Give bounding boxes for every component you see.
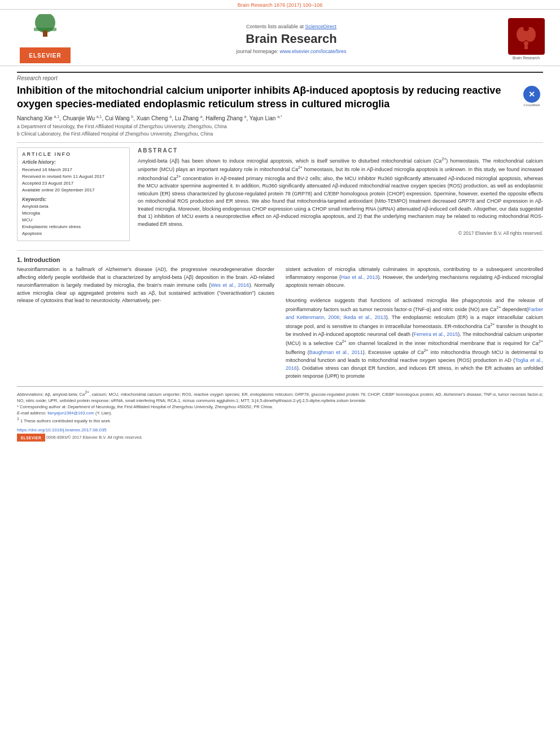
abstract-title: ABSTRACT (138, 147, 543, 154)
journal-name: Brain Research (90, 32, 492, 46)
keyword-2: Microglia (22, 210, 125, 217)
copyright-notice: © 2017 Elsevier B.V. All rights reserved… (138, 230, 543, 236)
issn-line: ELSEVIER 0006-8993/© 2017 Elsevier B.V. … (17, 434, 543, 442)
keyword-5: Apoptosis (22, 230, 125, 237)
svg-rect-2 (34, 28, 56, 31)
authors-text: Nanchang Xie a,1, Chuanjie Wu a,1, Cui W… (17, 115, 282, 121)
ref-toglia-2016[interactable]: Toglia et al., 2016 (286, 357, 543, 371)
abstract-text: Amyloid-beta (Aβ) has been shown to indu… (138, 156, 543, 229)
available-online-date: Available online 20 September 2017 (22, 187, 125, 194)
keywords-list: Amyloid-beta Microglia MCU Endoplasmic r… (22, 203, 125, 237)
intro-right-col: sistent activation of microglia ultimate… (286, 266, 543, 381)
journal-reference: Brain Research 1676 (2017) 100–106 (238, 2, 323, 8)
abbreviations-footnote: Abbreviations: Aβ, amyloid-beta; Ca2+, c… (17, 390, 543, 404)
publisher-logo-area: ELSEVIER (11, 14, 79, 63)
brain-research-logo (508, 18, 545, 55)
keyword-1: Amyloid-beta (22, 203, 125, 210)
equal-contrib-footnote: 1 1 These authors contributed equally to… (17, 416, 543, 424)
ref-ikeda-2013[interactable]: Ikeda et al., 2013 (343, 314, 386, 320)
journal-logo-area: Brain Research (504, 18, 549, 60)
section-divider (17, 250, 543, 251)
elsevier-tree-logo (23, 14, 68, 45)
article-title-section: Inhibition of the mitochondrial calcium … (17, 84, 543, 111)
received-date: Received 16 March 2017 (22, 167, 125, 173)
brain-icon (512, 22, 540, 50)
history-label: Article history: (22, 159, 125, 165)
affiliation-b: b Clinical Laboratory, the First Affilia… (17, 131, 543, 138)
homepage-url[interactable]: www.elsevier.com/locate/bres (280, 49, 347, 54)
footnote-area: Abbreviations: Aβ, amyloid-beta; Ca2+, c… (17, 386, 543, 442)
journal-reference-bar: Brain Research 1676 (2017) 100–106 (0, 0, 560, 10)
journal-header: ELSEVIER Contents lists available at Sci… (0, 10, 560, 66)
email-link[interactable]: lianyajun1964@163.com (47, 410, 94, 416)
ref-hao-2013[interactable]: Hao et al., 2013 (341, 274, 378, 280)
journal-title-area: Contents lists available at ScienceDirec… (79, 24, 504, 54)
crossmark-badge: ✕ CrossMark (520, 86, 543, 108)
intro-left-text: Neuroinflammation is a hallmark of Alzhe… (17, 266, 274, 305)
page: Brain Research 1676 (2017) 100–106 ELSEV… (0, 0, 560, 747)
abstract-column: ABSTRACT Amyloid-beta (Aβ) has been show… (138, 147, 543, 246)
authors-line: Nanchang Xie a,1, Chuanjie Wu a,1, Cui W… (17, 115, 543, 121)
article-info-title: ARTICLE INFO (22, 151, 125, 157)
article-info-box: ARTICLE INFO Article history: Received 1… (17, 147, 130, 241)
article-info-column: ARTICLE INFO Article history: Received 1… (17, 147, 130, 246)
keywords-label: Keywords: (22, 196, 125, 202)
intro-right-text: sistent activation of microglia ultimate… (286, 266, 543, 381)
svg-rect-9 (524, 46, 528, 49)
crossmark-label: CrossMark (523, 103, 540, 107)
elsevier-brand: ELSEVIER (20, 47, 71, 63)
keyword-4: Endoplasmic reticulum stress (22, 224, 125, 230)
accepted-date: Accepted 23 August 2017 (22, 180, 125, 187)
science-direct-label: Contents lists available at ScienceDirec… (90, 24, 492, 29)
received-revised-date: Received in revised form 11 August 2017 (22, 173, 125, 180)
intro-two-col: Neuroinflammation is a hallmark of Alzhe… (17, 266, 543, 381)
introduction-section: 1. Introduction Neuroinflammation is a h… (17, 256, 543, 381)
svg-point-8 (524, 41, 528, 46)
article-content: Research report Inhibition of the mitoch… (0, 66, 560, 447)
corresponding-author-footnote: * Corresponding author at: Department of… (17, 404, 543, 410)
doi-link[interactable]: https://doi.org/10.1016/j.braines.2017.0… (17, 427, 543, 433)
article-type-label: Research report (17, 72, 543, 81)
journal-homepage: journal homepage: www.elsevier.com/locat… (90, 49, 492, 54)
ref-baughman-2011[interactable]: Baughman et al., 2011 (309, 350, 363, 355)
intro-left-col: Neuroinflammation is a hallmark of Alzhe… (17, 266, 274, 381)
svg-point-7 (523, 27, 529, 31)
keyword-3: MCU (22, 217, 125, 224)
affiliations: a Department of Neurology, the First Aff… (17, 124, 543, 138)
divider (17, 142, 543, 143)
ref-farber-2006[interactable]: Farber and Kettenmann, 2006 (286, 307, 543, 320)
intro-heading: 1. Introduction (17, 256, 543, 263)
article-info-abstract-section: ARTICLE INFO Article history: Received 1… (17, 147, 543, 246)
intro-title: Introduction (24, 256, 60, 263)
brain-research-label: Brain Research (513, 56, 540, 60)
ref-ferreira-2015[interactable]: Ferreira et al., 2015 (413, 331, 458, 337)
elsevier-small-logo: ELSEVIER (17, 434, 45, 442)
affiliation-a: a Department of Neurology, the First Aff… (17, 124, 543, 130)
intro-number: 1. (17, 256, 22, 263)
ref-wes-2016[interactable]: Wes et al., 2016 (211, 282, 249, 288)
email-footnote: E-mail address: lianyajun1964@163.com (Y… (17, 410, 543, 416)
science-direct-link[interactable]: ScienceDirect (305, 24, 337, 29)
article-title: Inhibition of the mitochondrial calcium … (17, 84, 515, 111)
crossmark-icon: ✕ (523, 86, 540, 103)
